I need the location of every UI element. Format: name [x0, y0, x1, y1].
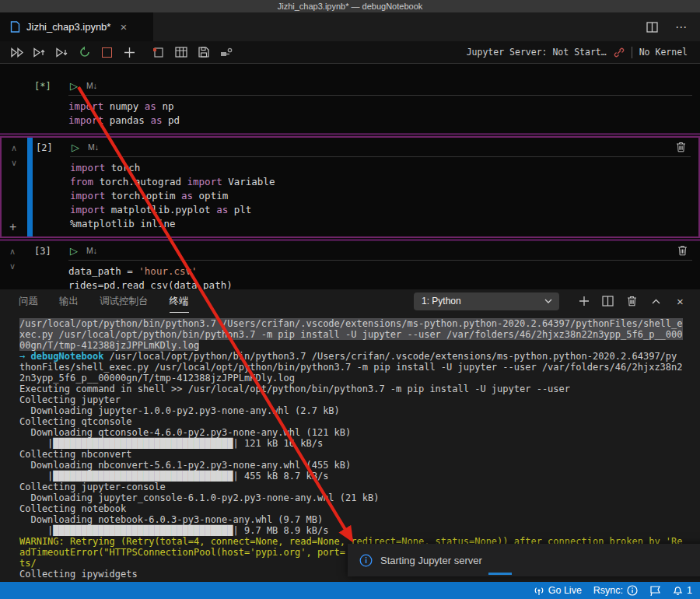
notifications-bell[interactable]: 1: [673, 585, 692, 596]
text-segment: thonFiles/shell_exec.py /usr/local/opt/p…: [19, 362, 683, 373]
code-area[interactable]: import numpy as npimport pandas as pd: [68, 96, 692, 128]
cell-toolbar: ▷M↓: [70, 138, 691, 157]
execution-count: [3]: [34, 246, 51, 257]
panel-tabs: 问题输出调试控制台终端: [19, 290, 210, 313]
kernel-status[interactable]: No Kernel: [639, 47, 688, 58]
text-segment: Collecting qtconsole: [19, 416, 132, 427]
go-live-button[interactable]: Go Live: [534, 585, 582, 596]
delete-cell-icon[interactable]: [677, 245, 692, 256]
notification-count: 1: [687, 585, 692, 596]
code-line: import matplotlib.pyplot as plt: [70, 203, 691, 217]
window-titlebar: Jizhi_chap3.ipynb* — debugNotebook: [0, 0, 700, 12]
save-notebook-icon[interactable]: [193, 44, 214, 61]
run-all-cells-icon[interactable]: [6, 44, 27, 61]
panel-tab[interactable]: 问题: [19, 290, 38, 313]
connect-jupyter-server-icon[interactable]: [215, 44, 236, 61]
delete-cell-icon[interactable]: [676, 142, 691, 152]
collapse-up-icon[interactable]: ∧: [9, 247, 16, 256]
tab-close-icon[interactable]: ×: [120, 21, 127, 33]
export-notebook-icon[interactable]: [148, 44, 169, 61]
notebook-editor[interactable]: [*]▷M↓import numpy as npimport pandas as…: [0, 64, 700, 289]
panel-tab[interactable]: 终端: [170, 290, 189, 313]
close-panel-icon[interactable]: ×: [668, 292, 692, 310]
collapse-down-icon[interactable]: ∨: [11, 159, 17, 167]
kill-terminal-icon[interactable]: [620, 292, 644, 310]
notebook-cell[interactable]: [*]▷M↓import numpy as npimport pandas as…: [0, 76, 700, 135]
broken-link-icon: [614, 47, 625, 58]
code-line: data_path = 'hour.csv': [68, 264, 692, 278]
text-segment: torch.autograd: [93, 176, 187, 187]
terminal-line: Collecting jupyter: [19, 394, 700, 405]
code-line: from torch.autograd import Variable: [70, 175, 691, 189]
text-segment: matplotlib.pyplot: [105, 204, 216, 215]
split-terminal-icon[interactable]: [596, 292, 620, 310]
bottom-panel: 问题输出调试控制台终端 1: Python × /usr/local/opt/p…: [0, 289, 700, 582]
new-terminal-icon[interactable]: [572, 292, 596, 310]
add-cell-toolbar-icon[interactable]: [119, 44, 140, 61]
tab-title: Jizhi_chap3.ipynb*: [26, 21, 110, 33]
collapse-down-icon[interactable]: ∨: [9, 262, 16, 271]
panel-tab[interactable]: 调试控制台: [100, 290, 149, 313]
text-segment: Variable: [222, 176, 275, 187]
rsync-status[interactable]: Rsync:: [593, 585, 638, 596]
info-circle-icon: [627, 585, 638, 596]
terminal-line: thonFiles/shell_exec.py /usr/local/opt/p…: [19, 362, 700, 373]
code-line: import numpy as np: [68, 100, 692, 114]
add-cell-icon[interactable]: +: [9, 221, 16, 233]
text-segment: rides=pd.read_csv(data_path): [68, 279, 233, 289]
text-segment: 2n3ypp_5f6_p__00000gn/T/tmp-412388jzJPPL…: [19, 373, 295, 384]
text-segment: import: [187, 176, 222, 187]
collapse-up-icon[interactable]: ∧: [11, 144, 17, 152]
terminal-line: Collecting nbconvert: [19, 449, 700, 460]
text-segment: import: [68, 100, 103, 112]
run-cells-below-icon[interactable]: [51, 44, 72, 61]
chevron-down-icon: [544, 299, 552, 303]
terminal-output[interactable]: /usr/local/opt/python/bin/python3.7 /Use…: [0, 313, 700, 581]
execution-count: [*]: [34, 81, 51, 92]
code-line: rides=pd.read_csv(data_path): [68, 278, 692, 289]
markdown-toggle-icon[interactable]: M↓: [86, 246, 97, 255]
variable-explorer-icon[interactable]: [170, 44, 191, 61]
text-segment: pd: [162, 114, 180, 126]
text-segment: | 9.7 MB 8.9 kB/s: [233, 525, 329, 536]
tab-notebook[interactable]: Jizhi_chap3.ipynb* ×: [0, 12, 153, 41]
notebook-cell[interactable]: [2]∧∨+▷M↓import torchfrom torch.autograd…: [0, 136, 700, 238]
text-segment: ████████████████████████████████: [53, 438, 233, 449]
markdown-toggle-icon[interactable]: M↓: [88, 142, 99, 152]
selected-cell-bar: [27, 138, 33, 236]
feedback-button[interactable]: [649, 586, 661, 596]
split-editor-icon[interactable]: [646, 22, 658, 33]
run-cell-icon[interactable]: ▷: [72, 142, 79, 152]
markdown-toggle-icon[interactable]: M↓: [86, 81, 97, 90]
terminal-select[interactable]: 1: Python: [414, 292, 559, 310]
maximize-panel-icon[interactable]: [644, 292, 668, 310]
text-segment: Downloading jupyter_console-6.1.0-py2.py…: [19, 492, 379, 503]
text-segment: np: [156, 100, 174, 112]
notification-toast[interactable]: Starting Jupyter server: [348, 544, 700, 576]
text-segment: from: [70, 176, 93, 187]
rsync-label: Rsync:: [593, 585, 623, 596]
terminal-line: Downloading jupyter-1.0.0-py2.py3-none-a…: [19, 405, 700, 416]
text-segment: ts/: [19, 558, 37, 569]
notebook-toolbar: Jupyter Server: Not Start… No Kernel: [0, 41, 700, 64]
run-cells-above-icon[interactable]: [29, 44, 50, 61]
terminal-line: /usr/local/opt/python/bin/python3.7 /Use…: [19, 318, 700, 329]
terminal-select-value: 1: Python: [422, 296, 461, 307]
text-segment: /usr/local/opt/python/bin/python3.7 /Use…: [19, 318, 683, 329]
notebook-cell[interactable]: [3]∧∨▷M↓data_path = 'hour.csv'rides=pd.r…: [0, 239, 700, 289]
text-segment: Collecting jupyter-console: [19, 482, 166, 492]
run-cell-icon[interactable]: ▷: [70, 246, 78, 256]
run-cell-icon[interactable]: ▷: [70, 81, 78, 91]
code-line: %matplotlib inline: [70, 217, 691, 231]
restart-kernel-icon[interactable]: [74, 44, 95, 61]
interrupt-kernel-icon[interactable]: [96, 44, 117, 61]
jupyter-server-status[interactable]: Jupyter Server: Not Start…: [467, 47, 607, 58]
panel-tab[interactable]: 输出: [59, 290, 79, 313]
feedback-icon: [649, 586, 661, 596]
status-separator: [632, 47, 632, 58]
more-actions-icon[interactable]: ⋯: [675, 20, 688, 34]
window-title: Jizhi_chap3.ipynb* — debugNotebook: [278, 2, 423, 11]
code-area[interactable]: import torchfrom torch.autograd import V…: [70, 157, 691, 231]
cell-toolbar: ▷M↓: [68, 76, 692, 96]
code-area[interactable]: data_path = 'hour.csv'rides=pd.read_csv(…: [68, 261, 692, 289]
